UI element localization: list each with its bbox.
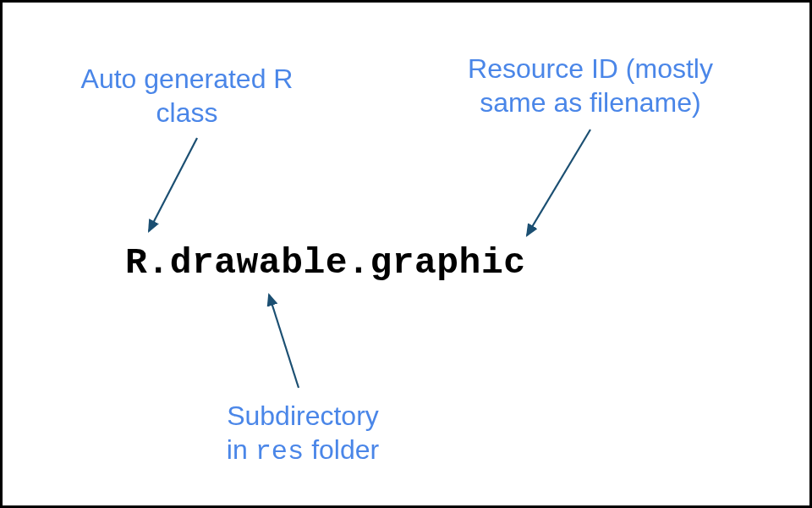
- annotation-resource-id: Resource ID (mostly same as filename): [434, 52, 747, 119]
- annotation-subdirectory-line2-prefix: in: [227, 434, 255, 465]
- annotation-subdirectory-line2-mono: res: [255, 436, 304, 467]
- code-subdirectory: drawable: [170, 242, 348, 284]
- annotation-subdirectory: Subdirectory in res folder: [180, 399, 425, 469]
- arrow-resource-id: [527, 130, 590, 235]
- annotation-subdirectory-line2-suffix: folder: [304, 434, 379, 465]
- code-r-class: R: [125, 242, 147, 284]
- annotation-resource-id-line1: Resource ID (mostly: [468, 53, 713, 84]
- code-resource-id: graphic: [370, 242, 525, 284]
- arrow-r-class: [149, 138, 197, 231]
- arrow-subdirectory: [269, 295, 299, 388]
- annotation-resource-id-line2: same as filename): [480, 87, 700, 118]
- diagram-canvas: Auto generated R class Resource ID (most…: [0, 0, 812, 508]
- annotation-r-class: Auto generated R class: [60, 62, 314, 130]
- code-expression: R.drawable.graphic: [125, 242, 526, 284]
- annotation-r-class-line1: Auto generated R: [81, 64, 294, 94]
- code-dot1: .: [147, 242, 169, 284]
- annotation-r-class-line2: class: [156, 97, 218, 128]
- code-dot2: .: [348, 242, 370, 284]
- annotation-subdirectory-line1: Subdirectory: [227, 400, 379, 431]
